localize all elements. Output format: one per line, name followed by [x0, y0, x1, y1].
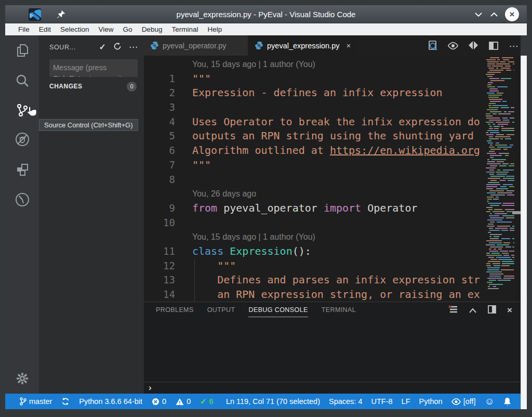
editor-scrollbar-marker[interactable] — [512, 211, 521, 214]
code-token: Operator — [361, 202, 417, 214]
changes-section-header[interactable]: CHANGES 0 — [39, 80, 144, 93]
hyperlink[interactable]: https://en.wikipedia.org — [330, 144, 480, 157]
explorer-icon[interactable] — [15, 43, 30, 58]
tab-close-icon[interactable]: × — [346, 41, 351, 50]
errors-item[interactable]: 0 — [152, 397, 166, 406]
code-token: Expression - defines an infix expression — [192, 86, 443, 99]
maximize-panel-icon[interactable] — [469, 306, 477, 315]
gauge-icon[interactable] — [15, 192, 30, 207]
mouse-hand-cursor — [25, 106, 37, 120]
feedback-smiley-item[interactable]: ☺ — [485, 396, 495, 407]
close-button[interactable]: × — [505, 7, 519, 21]
vscode-logo-icon[interactable] — [28, 8, 42, 23]
menu-go[interactable]: Go — [118, 24, 137, 34]
line-number: 7 — [144, 158, 175, 173]
language-mode-item[interactable]: Python — [419, 397, 443, 406]
settings-gear-icon[interactable] — [15, 371, 30, 386]
code-token: Algorithm outlined at — [192, 144, 330, 157]
code-token: (): — [292, 245, 311, 257]
title-bar[interactable]: pyeval_expression.py - PyEval - Visual S… — [5, 5, 527, 23]
eye-icon — [451, 398, 461, 405]
debug-console-input[interactable]: › — [144, 382, 521, 394]
toggle-blame-eye-icon[interactable] — [447, 40, 459, 51]
clear-console-icon[interactable] — [448, 305, 458, 316]
python-icon — [255, 41, 263, 50]
changes-label: CHANGES — [49, 83, 127, 90]
tab-debug-console[interactable]: DEBUG CONSOLE — [248, 306, 308, 317]
menu-file[interactable]: File — [14, 24, 34, 34]
line-number: 6 — [144, 144, 175, 158]
tab-terminal[interactable]: TERMINAL — [322, 306, 356, 317]
close-panel-icon[interactable]: × — [507, 305, 512, 316]
line-number: 10 — [144, 216, 175, 230]
code-token: Expression — [230, 245, 292, 257]
line-number: 4 — [144, 115, 175, 129]
code-token: """ — [192, 72, 211, 85]
more-actions-icon[interactable]: ⋯ — [129, 42, 138, 53]
minimap[interactable] — [486, 57, 514, 302]
window-title: pyeval_expression.py - PyEval - Visual S… — [5, 5, 527, 23]
code-editor[interactable]: You, 15 days ago | 1 author (You) 1""" 2… — [144, 56, 521, 302]
code-token: """ — [192, 259, 236, 272]
cursor-position-item[interactable]: Ln 119, Col 71 (70 selected) — [226, 397, 320, 406]
tab-label: pyeval_operator.py — [163, 42, 227, 50]
tab-pyeval-expression[interactable]: pyeval_expression.py × — [248, 35, 358, 56]
gitlens-annotation[interactable]: You, 15 days ago | 1 author (You) — [192, 60, 315, 69]
gitlens-annotation[interactable]: You, 15 days ago | 1 author (You) — [192, 232, 315, 241]
notifications-bell-item[interactable] — [503, 397, 511, 406]
split-editor-icon[interactable] — [488, 40, 499, 51]
bottom-panel: PROBLEMS OUTPUT DEBUG CONSOLE TERMINAL ×… — [144, 302, 521, 394]
check-icon: ✓ — [200, 397, 206, 406]
menu-bar: File Edit Selection View Go Debug Termin… — [5, 23, 527, 35]
activity-bar — [5, 35, 39, 394]
gitlens-annotation[interactable]: You, 26 days ago — [192, 189, 256, 198]
restore-panel-icon[interactable] — [488, 305, 496, 316]
refresh-icon[interactable] — [113, 42, 122, 53]
python-icon — [150, 41, 159, 50]
indentation-item[interactable]: Spaces: 4 — [329, 397, 363, 406]
code-token: import — [324, 202, 361, 214]
warnings-item[interactable]: 0 — [176, 397, 191, 406]
menu-selection[interactable]: Selection — [56, 24, 94, 34]
debug-icon[interactable] — [15, 132, 30, 147]
window-scrollbar[interactable] — [521, 56, 527, 409]
editor-scrollbar-track[interactable] — [514, 56, 521, 302]
open-changes-icon[interactable] — [468, 40, 479, 51]
search-icon[interactable] — [15, 73, 30, 88]
line-number: 12 — [144, 259, 175, 273]
eol-item[interactable]: LF — [402, 397, 410, 406]
line-number: 2 — [144, 86, 175, 100]
maximize-button[interactable] — [487, 9, 501, 20]
python-interpreter-item[interactable]: Python 3.6.6 64-bit — [79, 397, 142, 406]
commit-message-input[interactable] — [49, 59, 138, 77]
menu-edit[interactable]: Edit — [34, 24, 56, 34]
source-control-tooltip: Source Control (Ctrl+Shift+G) — [39, 119, 138, 131]
extensions-icon[interactable] — [15, 162, 30, 177]
status-bar: master Python 3.6.6 64-bit 0 0 ✓ 6 Ln 11… — [5, 394, 521, 409]
sync-icon — [61, 397, 70, 406]
menu-view[interactable]: View — [94, 24, 118, 34]
tab-label: pyeval_expression.py — [267, 42, 339, 50]
commit-check-icon[interactable]: ✓ — [99, 42, 106, 52]
tab-output[interactable]: OUTPUT — [207, 306, 235, 317]
git-branch-item[interactable]: master — [20, 397, 52, 406]
tab-pyeval-operator[interactable]: pyeval_operator.py — [144, 35, 248, 56]
pin-icon[interactable] — [57, 10, 65, 21]
search-commits-icon[interactable] — [427, 40, 438, 51]
checks-item[interactable]: ✓ 6 — [200, 397, 213, 406]
sidebar-title: SOUR... — [49, 44, 92, 51]
gitlens-blame-item[interactable]: [off] — [451, 397, 476, 406]
encoding-item[interactable]: UTF-8 — [371, 397, 393, 406]
menu-debug[interactable]: Debug — [137, 24, 167, 34]
line-number: 8 — [144, 173, 175, 187]
menu-help[interactable]: Help — [203, 24, 227, 34]
changes-count-badge: 0 — [127, 82, 137, 92]
sync-item[interactable] — [61, 397, 70, 406]
error-icon — [152, 398, 159, 406]
more-actions-icon[interactable]: ⋯ — [508, 40, 520, 51]
debug-prompt-icon: › — [149, 383, 152, 393]
minimize-button[interactable] — [472, 9, 485, 20]
menu-terminal[interactable]: Terminal — [167, 24, 203, 34]
tab-problems[interactable]: PROBLEMS — [156, 306, 194, 317]
panel-tabs: PROBLEMS OUTPUT DEBUG CONSOLE TERMINAL — [156, 306, 356, 317]
